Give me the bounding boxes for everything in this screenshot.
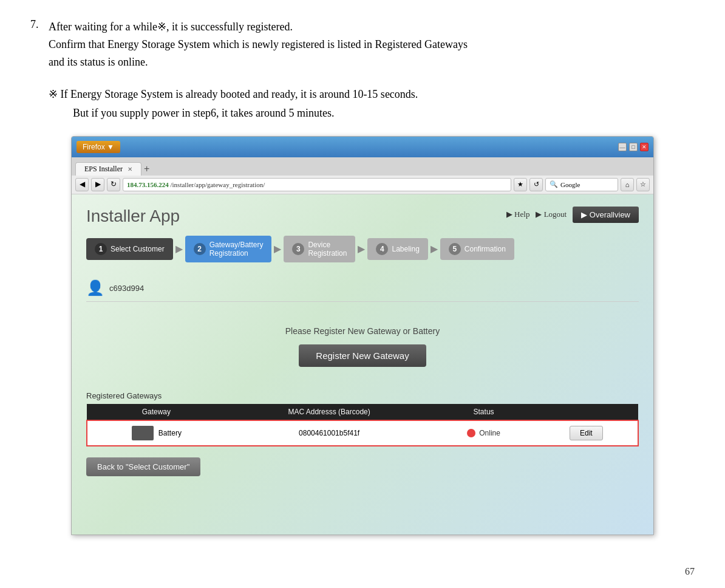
note-symbol: ※ — [49, 88, 58, 100]
logout-link[interactable]: ▶ Logout — [536, 210, 567, 219]
back-nav-button[interactable]: ◀ — [75, 178, 89, 191]
step-label-3: DeviceRegistration — [308, 241, 347, 258]
step-arrow-2: ▶ — [274, 243, 281, 255]
step-num-1: 1 — [95, 243, 107, 255]
status-text: Online — [479, 429, 500, 437]
new-tab-button[interactable]: + — [144, 163, 149, 174]
main-text-line1: After waiting for a while※, it is succes… — [49, 18, 468, 36]
register-prompt: Please Register New Gateway or Battery — [86, 326, 639, 336]
tab-close-icon[interactable]: ✕ — [128, 166, 132, 173]
search-engine-icon: 🔍 — [550, 180, 558, 188]
browser-navbar: ◀ ▶ ↻ 184.73.156.224 /installer/app/gate… — [72, 176, 653, 194]
step-label-5: Confirmation — [465, 245, 506, 253]
gateways-table: Gateway MAC Addresss (Barcode) Status Ba — [86, 404, 639, 446]
step-num-5: 5 — [449, 243, 461, 255]
step-item-4: 4 Labeling — [367, 238, 427, 260]
user-id: c693d994 — [109, 284, 144, 293]
table-header-row: Gateway MAC Addresss (Barcode) Status — [87, 404, 638, 420]
table-row: Battery 0800461001b5f41f Online — [87, 420, 638, 446]
main-text-line2: Confirm that Energy Storage System which… — [49, 36, 468, 53]
installer-title: Installer App — [86, 207, 180, 226]
installer-header: Installer App ▶ Help ▶ Logout ▶ Overallv… — [86, 207, 639, 226]
step-item: 7. After waiting for a while※, it is suc… — [30, 18, 695, 123]
url-prefix: 184.73.156.224 — [127, 181, 169, 188]
step-box-5[interactable]: 5 Confirmation — [440, 238, 514, 260]
user-avatar-icon: 👤 — [86, 279, 103, 296]
status-cell: Online — [432, 420, 534, 446]
user-row: 👤 c693d994 — [86, 275, 639, 302]
step-number: 7. — [30, 18, 44, 123]
url-bar[interactable]: 184.73.156.224 /installer/app/gateway_re… — [123, 178, 511, 191]
register-new-gateway-button[interactable]: Register New Gateway — [299, 344, 426, 367]
close-button[interactable]: ✕ — [640, 143, 648, 151]
step-text: After waiting for a while※, it is succes… — [49, 18, 468, 123]
status-online-indicator: Online — [440, 429, 527, 437]
step-item-5: 5 Confirmation — [440, 238, 514, 260]
forward-nav-button[interactable]: ▶ — [91, 178, 104, 191]
step-item-2: 2 Gateway/BatteryRegistration — [185, 236, 272, 263]
overallview-button[interactable]: ▶ Overallview — [573, 207, 639, 223]
bookmark-icon[interactable]: ★ — [514, 178, 527, 191]
register-section: Please Register New Gateway or Battery R… — [86, 314, 639, 385]
back-to-select-customer-button[interactable]: Back to "Select Customer" — [86, 457, 200, 476]
device-type: Battery — [158, 429, 182, 437]
step-box-2[interactable]: 2 Gateway/BatteryRegistration — [185, 236, 272, 263]
tab-title: EPS Installer — [84, 165, 123, 174]
mac-cell: 0800461001b5f41f — [226, 420, 433, 446]
browser-window: Firefox ▼ — □ ✕ EPS Installer ✕ + ◀ ▶ ↻ — [71, 136, 654, 535]
help-link[interactable]: ▶ Help — [506, 210, 530, 219]
installer-app-content: Installer App ▶ Help ▶ Logout ▶ Overallv… — [72, 194, 653, 535]
step-arrow-4: ▶ — [431, 243, 438, 255]
url-path: /installer/app/gateway_registration/ — [169, 181, 265, 188]
gateways-section: Registered Gateways Gateway MAC Addresss… — [86, 391, 639, 476]
col-action — [535, 404, 638, 420]
col-mac: MAC Addresss (Barcode) — [226, 404, 433, 420]
status-dot-icon — [467, 429, 475, 437]
main-text-line3: and its status is online. — [49, 53, 468, 71]
note-line2: But if you supply power in step6, it tak… — [73, 104, 468, 123]
header-actions: ▶ Help ▶ Logout ▶ Overallview — [506, 207, 639, 223]
gateways-title: Registered Gateways — [86, 391, 639, 400]
step-box-1[interactable]: 1 Select Customer — [86, 238, 173, 260]
edit-button[interactable]: Edit — [570, 426, 603, 440]
step-item-1: 1 Select Customer — [86, 238, 173, 260]
search-placeholder: Google — [560, 181, 580, 188]
step-box-4[interactable]: 4 Labeling — [367, 238, 427, 260]
note-line1: ※ If Energy Storage System is already bo… — [49, 85, 468, 104]
search-bar[interactable]: 🔍 Google — [545, 178, 618, 191]
step-num-2: 2 — [194, 243, 206, 255]
edit-cell: Edit — [535, 420, 638, 446]
browser-tab[interactable]: EPS Installer ✕ — [75, 162, 141, 176]
window-controls: — □ ✕ — [618, 143, 648, 151]
step-label-4: Labeling — [392, 245, 419, 253]
step-box-3[interactable]: 3 DeviceRegistration — [284, 236, 355, 263]
browser-titlebar: Firefox ▼ — □ ✕ — [72, 137, 653, 157]
home-icon[interactable]: ⌂ — [621, 178, 634, 191]
note-text1: If Energy Storage System is already boot… — [61, 88, 418, 100]
step-num-3: 3 — [292, 243, 304, 255]
page-content: 7. After waiting for a while※, it is suc… — [0, 0, 725, 553]
step-arrow-3: ▶ — [358, 243, 365, 255]
col-status: Status — [432, 404, 534, 420]
note-block: ※ If Energy Storage System is already bo… — [49, 85, 468, 122]
refresh-icon[interactable]: ↺ — [529, 178, 543, 191]
device-cell: Battery — [87, 420, 226, 446]
col-gateway: Gateway — [87, 404, 226, 420]
refresh-nav-button[interactable]: ↻ — [107, 178, 120, 191]
page-number: 67 — [685, 566, 695, 577]
firefox-menu-button[interactable]: Firefox ▼ — [77, 141, 120, 153]
step-label-1: Select Customer — [111, 245, 165, 253]
win-controls-group: — □ ✕ — [618, 143, 648, 151]
minimize-button[interactable]: — — [618, 143, 627, 151]
device-icon — [132, 426, 154, 440]
browser-tab-bar: EPS Installer ✕ + — [72, 157, 653, 176]
bookmark-bar-icon[interactable]: ☆ — [636, 178, 650, 191]
step-num-4: 4 — [376, 243, 388, 255]
step-item-3: 3 DeviceRegistration — [284, 236, 355, 263]
step-arrow-1: ▶ — [175, 243, 183, 255]
maximize-button[interactable]: □ — [629, 143, 638, 151]
step-label-2: Gateway/BatteryRegistration — [209, 241, 264, 258]
step-wizard: 1 Select Customer ▶ 2 Gateway/BatteryReg… — [86, 236, 639, 263]
